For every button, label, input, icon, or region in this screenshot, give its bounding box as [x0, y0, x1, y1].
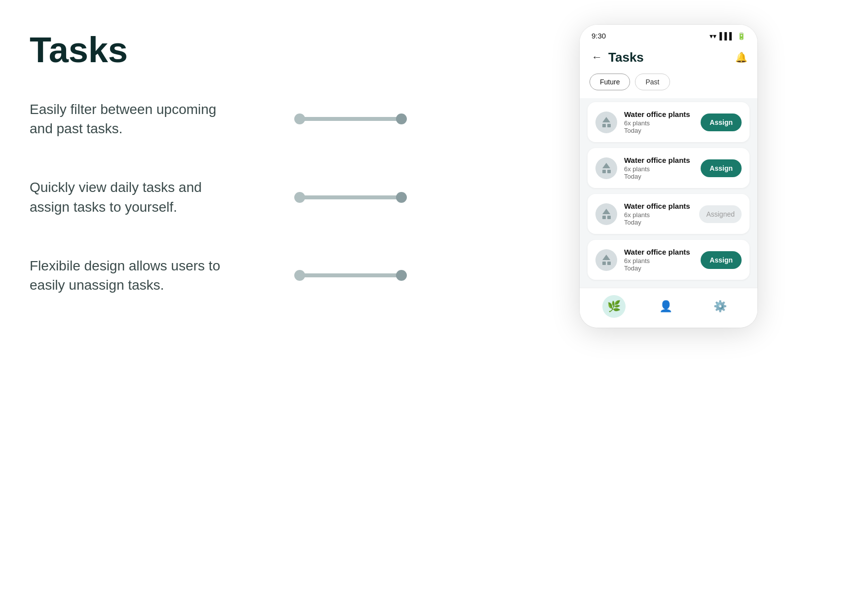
wifi-icon: ▾▾ — [710, 32, 716, 40]
task-icon-4 — [600, 254, 612, 266]
task-name-2: Water office plants — [624, 156, 694, 164]
task-info-2: Water office plants 6x plants Today — [624, 156, 694, 180]
feature-text-2: Quickly view daily tasks and assign task… — [30, 178, 267, 216]
nav-item-settings[interactable]: ⚙️ — [706, 297, 735, 316]
feature-block-2: Quickly view daily tasks and assign task… — [30, 178, 474, 216]
task-icon-wrap-3 — [595, 203, 617, 225]
tab-past[interactable]: Past — [635, 74, 670, 90]
feature-block-3: Flexibile design allows users to easily … — [30, 256, 474, 295]
task-list: Water office plants 6x plants Today Assi… — [580, 98, 757, 288]
tab-future[interactable]: Future — [590, 74, 630, 90]
bottom-nav: 🌿 👤 ⚙️ — [580, 288, 757, 328]
filter-tabs: Future Past — [580, 74, 757, 98]
notification-button[interactable]: 🔔 — [735, 51, 748, 63]
task-date-3: Today — [624, 219, 692, 226]
assign-button-2[interactable]: Assign — [701, 159, 742, 177]
slider-knob-left-3 — [294, 270, 305, 281]
task-name-4: Water office plants — [624, 248, 694, 256]
triangle-icon — [602, 163, 610, 168]
slider-knob-right-2 — [396, 192, 407, 203]
feature-block-1: Easily filter between upcoming and past … — [30, 100, 474, 138]
task-info-1: Water office plants 6x plants Today — [624, 110, 694, 134]
task-icon-wrap-4 — [595, 249, 617, 271]
app-header-title: Tasks — [608, 50, 735, 65]
signal-icon: ▌▌▌ — [719, 32, 734, 40]
triangle-icon — [602, 255, 610, 260]
slider-knob-left-1 — [294, 114, 305, 124]
task-card-4: Water office plants 6x plants Today Assi… — [588, 240, 750, 280]
squares-icon — [602, 124, 611, 127]
feature-slider-2[interactable] — [296, 195, 474, 199]
nav-item-profile[interactable]: 👤 — [651, 297, 680, 316]
nav-item-home[interactable]: 🌿 — [602, 295, 626, 318]
task-icon-3 — [600, 208, 612, 220]
feature-slider-1[interactable] — [296, 117, 474, 121]
feature-slider-3[interactable] — [296, 273, 474, 277]
slider-track-1[interactable] — [296, 117, 405, 121]
squares-icon — [602, 170, 611, 173]
task-card-3: Water office plants 6x plants Today Assi… — [588, 194, 750, 234]
left-panel: Tasks Easily filter between upcoming and… — [30, 20, 474, 334]
settings-icon: ⚙️ — [713, 300, 727, 313]
task-card-2: Water office plants 6x plants Today Assi… — [588, 148, 750, 188]
slider-track-3[interactable] — [296, 273, 405, 277]
assign-button-4[interactable]: Assign — [701, 251, 742, 269]
slider-knob-right-3 — [396, 270, 407, 281]
task-date-1: Today — [624, 127, 694, 134]
task-card-1: Water office plants 6x plants Today Assi… — [588, 102, 750, 142]
task-info-3: Water office plants 6x plants Today — [624, 202, 692, 226]
battery-icon: 🔋 — [737, 32, 746, 40]
page-title: Tasks — [30, 30, 474, 70]
task-date-2: Today — [624, 173, 694, 180]
task-name-1: Water office plants — [624, 110, 694, 118]
task-name-3: Water office plants — [624, 202, 692, 210]
task-icon-1 — [600, 116, 612, 128]
assign-button-1[interactable]: Assign — [701, 114, 742, 131]
triangle-icon — [602, 117, 610, 122]
phone-mockup: 9:30 ▾▾ ▌▌▌ 🔋 ← Tasks 🔔 Future Past — [580, 25, 757, 328]
status-time: 9:30 — [592, 32, 606, 40]
task-detail-4: 6x plants — [624, 257, 694, 265]
status-bar: 9:30 ▾▾ ▌▌▌ 🔋 — [580, 25, 757, 44]
app-header: ← Tasks 🔔 — [580, 44, 757, 74]
task-icon-2 — [600, 162, 612, 174]
feature-text-1: Easily filter between upcoming and past … — [30, 100, 267, 138]
triangle-icon — [602, 209, 610, 214]
slider-knob-left-2 — [294, 192, 305, 203]
task-date-4: Today — [624, 265, 694, 272]
feature-text-3: Flexibile design allows users to easily … — [30, 256, 267, 295]
task-info-4: Water office plants 6x plants Today — [624, 248, 694, 272]
status-icons: ▾▾ ▌▌▌ 🔋 — [710, 32, 746, 40]
squares-icon — [602, 262, 611, 265]
task-detail-2: 6x plants — [624, 165, 694, 173]
task-icon-wrap-2 — [595, 157, 617, 179]
page-wrapper: Tasks Easily filter between upcoming and… — [30, 20, 838, 586]
profile-icon: 👤 — [659, 300, 672, 313]
squares-icon — [602, 216, 611, 219]
assigned-button-3[interactable]: Assigned — [699, 205, 742, 223]
task-detail-1: 6x plants — [624, 119, 694, 127]
back-button[interactable]: ← — [590, 49, 604, 66]
slider-knob-right-1 — [396, 114, 407, 124]
right-panel: 9:30 ▾▾ ▌▌▌ 🔋 ← Tasks 🔔 Future Past — [499, 20, 838, 328]
task-detail-3: 6x plants — [624, 211, 692, 219]
home-icon: 🌿 — [607, 300, 621, 313]
task-icon-wrap-1 — [595, 112, 617, 133]
slider-track-2[interactable] — [296, 195, 405, 199]
